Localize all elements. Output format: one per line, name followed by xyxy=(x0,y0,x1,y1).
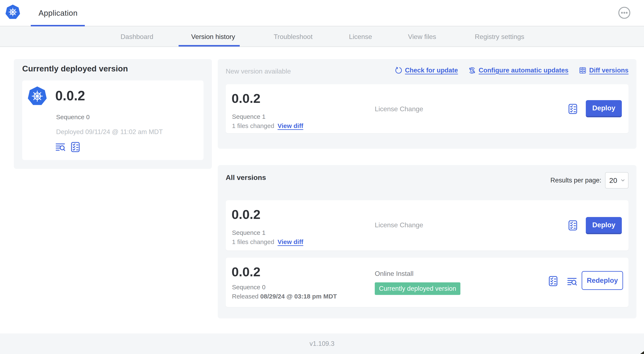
tab-license[interactable]: License xyxy=(349,33,372,41)
version-number: 0.0.2 xyxy=(232,264,260,279)
version-sequence: Sequence 0 xyxy=(232,284,266,291)
deployed-version-number: 0.0.2 xyxy=(55,88,85,104)
released-label: Released xyxy=(232,293,258,300)
released-timestamp: Released 08/29/24 @ 03:18 pm MDT xyxy=(232,293,337,300)
page-footer: v1.109.3 xyxy=(0,333,644,354)
preflight-checklist-icon[interactable] xyxy=(548,276,558,286)
files-changed-text: 1 files changed xyxy=(232,122,274,129)
deploy-button[interactable]: Deploy xyxy=(586,100,622,117)
tab-troubleshoot[interactable]: Troubleshoot xyxy=(274,33,312,41)
version-source: License Change xyxy=(375,221,423,229)
diff-versions-link[interactable]: Diff versions xyxy=(579,67,628,74)
version-actions-links: Check for update Configure automatic upd… xyxy=(395,67,628,74)
diff-versions-label: Diff versions xyxy=(589,67,628,74)
results-per-page: Results per page: 20 xyxy=(550,172,628,189)
check-for-update-link[interactable]: Check for update xyxy=(395,67,458,74)
currently-deployed-card: 0.0.2 Sequence 0 Deployed 09/11/24 @ 11:… xyxy=(22,81,204,160)
deployed-sequence: Sequence 0 xyxy=(56,114,90,121)
kubernetes-logo-icon xyxy=(5,4,20,20)
version-row: 0.0.2 Sequence 1 1 files changed View di… xyxy=(226,200,628,250)
redeploy-button[interactable]: Redeploy xyxy=(582,271,623,290)
deployed-timestamp: Deployed 09/11/24 @ 11:02 am MDT xyxy=(56,128,163,136)
version-source: License Change xyxy=(375,105,423,113)
tab-dashboard[interactable]: Dashboard xyxy=(120,33,154,41)
diff-icon xyxy=(579,67,586,74)
version-source: Online Install xyxy=(375,270,414,277)
preflight-checklist-icon[interactable] xyxy=(70,142,81,153)
preflight-checklist-icon[interactable] xyxy=(567,220,578,231)
check-for-update-label: Check for update xyxy=(405,67,458,74)
cursor-artifact xyxy=(640,351,644,354)
new-version-section: New version available Check for update C… xyxy=(218,59,636,149)
view-diff-link[interactable]: View diff xyxy=(278,122,303,129)
files-changed-line: 1 files changed View diff xyxy=(232,238,303,245)
schedule-update-icon xyxy=(468,67,476,74)
preflight-checklist-icon[interactable] xyxy=(567,104,578,114)
currently-deployed-badge: Currently deployed version xyxy=(375,282,460,295)
deployed-actions xyxy=(55,142,81,153)
app-title-active-underline xyxy=(31,25,85,26)
tab-bar: Dashboard Version history Troubleshoot L… xyxy=(0,27,644,47)
kubernetes-app-icon xyxy=(27,86,47,106)
version-row: 0.0.2 Sequence 0 Released 08/29/24 @ 03:… xyxy=(226,258,628,307)
version-sequence: Sequence 1 xyxy=(232,229,266,236)
app-title: Application xyxy=(38,9,78,18)
application-page: Application Dashboard Version history Tr… xyxy=(0,0,644,354)
configure-automatic-updates-link[interactable]: Configure automatic updates xyxy=(468,67,568,74)
version-sequence: Sequence 1 xyxy=(232,113,266,120)
version-number: 0.0.2 xyxy=(232,207,260,222)
results-per-page-select[interactable]: 20 xyxy=(605,172,628,189)
configure-automatic-updates-label: Configure automatic updates xyxy=(478,67,568,74)
refresh-icon xyxy=(395,67,402,74)
console-version: v1.109.3 xyxy=(0,333,644,354)
results-per-page-value: 20 xyxy=(609,176,617,185)
view-logs-icon[interactable] xyxy=(567,276,577,286)
files-changed-line: 1 files changed View diff xyxy=(232,122,303,129)
currently-deployed-panel: Currently deployed version 0.0.2 Sequenc… xyxy=(14,59,212,169)
ellipsis-menu-icon[interactable] xyxy=(618,6,631,19)
files-changed-text: 1 files changed xyxy=(232,238,274,245)
version-number: 0.0.2 xyxy=(232,91,260,106)
view-logs-icon[interactable] xyxy=(55,142,65,152)
tab-view-files[interactable]: View files xyxy=(408,33,436,41)
results-per-page-label: Results per page: xyxy=(550,177,601,184)
deploy-button[interactable]: Deploy xyxy=(586,217,622,234)
new-version-heading: New version available xyxy=(226,68,291,75)
view-diff-link[interactable]: View diff xyxy=(278,238,303,245)
new-version-row: 0.0.2 Sequence 1 1 files changed View di… xyxy=(226,84,628,133)
released-date: 08/29/24 @ 03:18 pm MDT xyxy=(260,293,337,300)
currently-deployed-heading: Currently deployed version xyxy=(22,64,128,73)
all-versions-heading: All versions xyxy=(226,173,266,182)
tab-version-history[interactable]: Version history xyxy=(191,33,235,41)
app-header: Application xyxy=(0,0,644,26)
chevron-down-icon xyxy=(620,178,626,183)
tab-registry-settings[interactable]: Registry settings xyxy=(475,33,524,41)
all-versions-section: All versions Results per page: 20 0.0.2 … xyxy=(218,165,636,318)
active-tab-underline xyxy=(178,45,240,47)
